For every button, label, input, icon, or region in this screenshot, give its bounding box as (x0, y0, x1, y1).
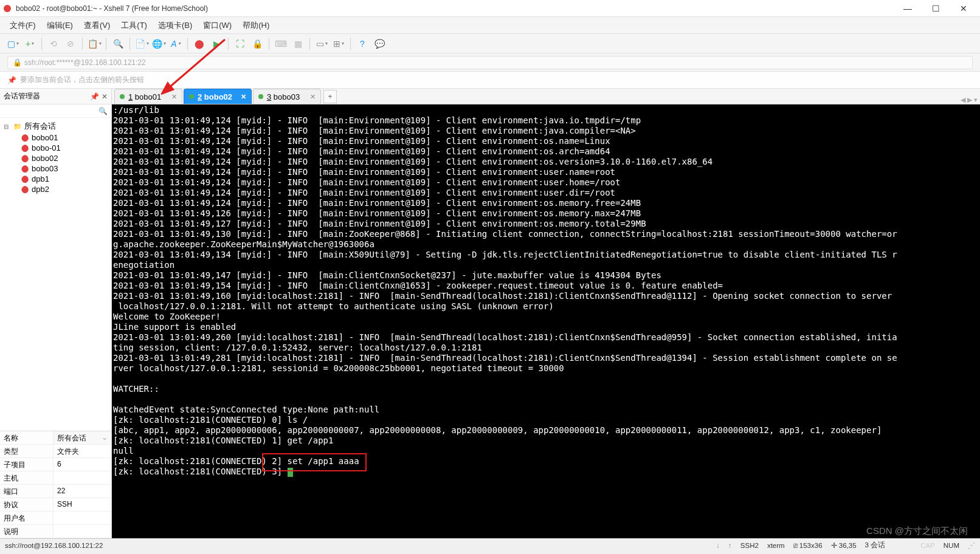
prop-label: 协议 (0, 498, 53, 511)
prop-label: 类型 (0, 445, 53, 457)
status-caps: CAP (920, 542, 935, 549)
pin-icon[interactable]: 📌 (7, 76, 16, 84)
minimize-button[interactable]: — (894, 0, 922, 17)
session-label: dpb2 (32, 185, 49, 194)
net-up-icon: ↑ (728, 542, 732, 549)
pin-button[interactable]: 📌 (90, 92, 99, 101)
menu-tabs[interactable]: 选项卡(B) (153, 18, 197, 33)
panel-button[interactable]: ▦ (291, 37, 305, 50)
hint-text: 要添加当前会话，点击左侧的箭头按钮 (20, 75, 144, 85)
session-icon: ⬤ (21, 165, 29, 173)
disconnect-button[interactable]: ⊘ (64, 37, 77, 50)
menu-bar: 文件(F) 编辑(E) 查看(V) 工具(T) 选项卡(B) 窗口(W) 帮助(… (0, 17, 980, 34)
tab-close-button[interactable]: ✕ (171, 93, 177, 101)
separator (106, 38, 106, 50)
folder-icon: 📁 (13, 122, 22, 131)
keyboard-button[interactable]: ⌨ (274, 37, 288, 50)
menu-help[interactable]: 帮助(H) (238, 18, 274, 33)
separator (129, 38, 130, 50)
reconnect-button[interactable]: ⟲ (47, 37, 60, 50)
help-button[interactable]: ? (356, 37, 369, 50)
sidebar-search[interactable]: 🔍 (0, 104, 111, 118)
session-item[interactable]: ⬤bobo03 (1, 163, 110, 174)
search-button[interactable]: 🔍 (111, 37, 125, 50)
tab-bobo02[interactable]: 2 bobo02 ✕ (184, 89, 252, 104)
separator (82, 38, 83, 50)
tab-bar: 1 bobo01 ✕ 2 bobo02 ✕ 3 bobo03 ✕ + ◀ ▶ ▾ (112, 89, 980, 104)
prop-value (53, 511, 111, 524)
tree-root-label: 所有会话 (24, 121, 56, 132)
sidebar-header: 会话管理器 📌 ✕ (0, 89, 111, 104)
maximize-button[interactable]: ☐ (922, 0, 950, 17)
tab-close-button[interactable]: ✕ (241, 93, 246, 101)
highlight-annotation (262, 453, 367, 471)
menu-file[interactable]: 文件(F) (5, 18, 41, 33)
lock-icon: 🔒 (13, 58, 22, 67)
fullscreen-button[interactable]: ⛶ (233, 37, 247, 50)
properties-panel: 名称所有会话 ⌄ 类型文件夹 子项目6 主机 端口22 协议SSH 用户名 说明 (0, 431, 111, 538)
session-item[interactable]: ⬤bobo02 (1, 153, 110, 163)
menu-view[interactable]: 查看(V) (79, 18, 115, 33)
session-label: dpb1 (32, 174, 49, 183)
status-ssh: SSH2 (740, 542, 759, 549)
status-num: NUM (944, 542, 959, 549)
session-icon: ⬤ (21, 185, 29, 194)
terminal-output[interactable]: :/usr/lib 2021-03-01 13:01:49,124 [myid:… (112, 104, 980, 538)
session-tree[interactable]: ⊟ 📁 所有会话 ⬤bobo01 ⬤bobo-01 ⬤bobo02 ⬤bobo0… (0, 118, 111, 431)
session-sidebar: 会话管理器 📌 ✕ 🔍 ⊟ 📁 所有会话 ⬤bobo01 ⬤bobo-01 ⬤b… (0, 89, 112, 538)
tab-close-button[interactable]: ✕ (310, 93, 316, 101)
session-item[interactable]: ⬤bobo01 (1, 132, 110, 143)
tab-nav[interactable]: ◀ ▶ ▾ (961, 96, 978, 104)
grid-button[interactable]: ⊞ (332, 37, 345, 50)
status-dot-icon (120, 94, 125, 99)
prop-label: 子项目 (0, 458, 53, 471)
toolbar: ▢ + ⟲ ⊘ 📋 🔍 📄 🌐 A ⬤ ▶ ⛶ 🔒 ⌨ ▦ ▭ ⊞ ? 💬 (0, 34, 980, 53)
window-title: bobo02 - root@bobo01:~ - Xshell 7 (Free … (16, 4, 894, 13)
paste-button[interactable]: 📄 (135, 37, 148, 50)
tab-bobo01[interactable]: 1 bobo01 ✕ (114, 89, 182, 104)
tab-bobo03[interactable]: 3 bobo03 ✕ (253, 89, 321, 104)
session-label: bobo01 (32, 133, 58, 142)
session-icon: ⬤ (21, 175, 29, 183)
status-sessions: 3 会话 (865, 541, 886, 550)
prop-label: 用户名 (0, 511, 53, 524)
tab-add-button[interactable]: + (323, 90, 337, 103)
prop-value: 文件夹 (53, 445, 111, 457)
copy-button[interactable]: 📋 (88, 37, 101, 50)
address-input[interactable]: 🔒 ssh://root:******@192.168.100.121:22 (7, 56, 973, 69)
app-icon (2, 4, 12, 13)
net-down-icon: ↓ (716, 542, 720, 549)
close-button[interactable]: ✕ (950, 0, 978, 17)
prop-value (53, 471, 111, 484)
session-item[interactable]: ⬤dpb1 (1, 174, 110, 184)
prop-value: 所有会话 ⌄ (53, 431, 111, 444)
prop-label: 主机 (0, 471, 53, 484)
globe-button[interactable]: 🌐 (152, 37, 165, 50)
menu-edit[interactable]: 编辑(E) (42, 18, 78, 33)
status-dot-icon (258, 94, 263, 99)
status-dot-icon (189, 94, 194, 99)
font-button[interactable]: A (169, 37, 182, 50)
open-button[interactable]: + (23, 37, 36, 50)
play-button[interactable]: ▶ (210, 37, 223, 50)
session-item[interactable]: ⬤dpb2 (1, 184, 110, 194)
chat-button[interactable]: 💬 (373, 37, 386, 50)
session-label: bobo03 (32, 164, 58, 173)
layout-button[interactable]: ▭ (315, 37, 328, 50)
menu-tools[interactable]: 工具(T) (116, 18, 152, 33)
tree-root[interactable]: ⊟ 📁 所有会话 (1, 120, 110, 132)
session-item[interactable]: ⬤bobo-01 (1, 143, 110, 153)
content-area: 1 bobo01 ✕ 2 bobo02 ✕ 3 bobo03 ✕ + ◀ ▶ ▾… (112, 89, 980, 538)
separator (41, 38, 42, 50)
menu-window[interactable]: 窗口(W) (198, 18, 236, 33)
close-panel-button[interactable]: ✕ (102, 92, 108, 101)
separator (228, 38, 229, 50)
record-button[interactable]: ⬤ (193, 37, 206, 50)
session-label: bobo02 (32, 154, 58, 163)
resize-grip-icon: ⋰ (968, 541, 975, 550)
new-session-button[interactable]: ▢ (6, 37, 19, 50)
expander-icon[interactable]: ⊟ (4, 123, 11, 130)
session-icon: ⬤ (21, 144, 29, 152)
session-icon: ⬤ (21, 134, 29, 142)
lock-button[interactable]: 🔒 (250, 37, 264, 50)
